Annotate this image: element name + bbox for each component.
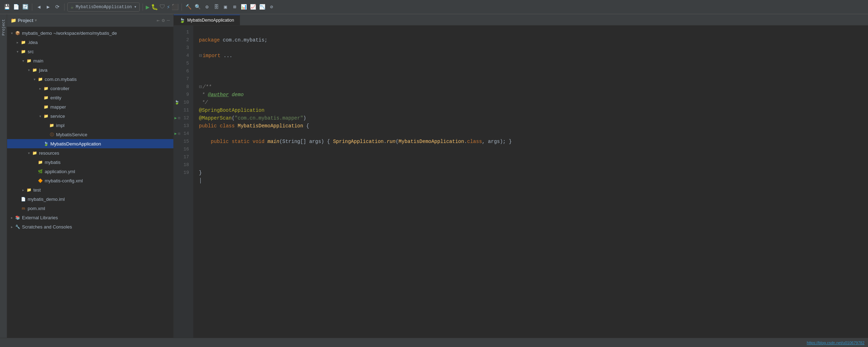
office-icon[interactable]: 📊: [240, 3, 248, 11]
tree-label-controller: controller: [50, 86, 69, 91]
fold-icon-import[interactable]: ⊟: [199, 53, 202, 59]
tree-label-java: java: [39, 67, 48, 73]
search-icon[interactable]: 🔍: [194, 3, 202, 11]
ln-2: 2: [174, 36, 193, 44]
tree-item-iml[interactable]: 📄 mybatis_demo.iml: [7, 194, 173, 204]
tree-item-pom[interactable]: m pom.xml: [7, 204, 173, 213]
sync-icon[interactable]: 🔄: [21, 3, 29, 11]
tree-label-idea: .idea: [28, 40, 38, 45]
tab-icon: 🍃: [179, 18, 185, 23]
folder-icon-resources: 📁: [32, 150, 38, 156]
header-actions: ⇤ ⚙ —: [157, 17, 170, 23]
tree-label-service: service: [50, 114, 65, 119]
folder-icon-entity: 📁: [43, 95, 49, 100]
line-8: * @author demo: [199, 92, 244, 98]
profile-button[interactable]: ⚡: [167, 4, 170, 11]
folder-icon-test: 📁: [26, 187, 32, 193]
folder-icon-package: 📁: [38, 76, 43, 82]
tree-item-main[interactable]: 📁 main: [7, 56, 173, 65]
folder-icon-mybatis: 📁: [38, 159, 43, 165]
excel-icon[interactable]: 📉: [258, 3, 266, 11]
arrow-src: [15, 49, 20, 54]
build-icon[interactable]: 🔨: [185, 3, 193, 11]
forward-icon[interactable]: ▶: [44, 3, 52, 11]
code-container[interactable]: 1 2 3 4 5 6 7 8 9 🍃 10 11 ▶ ⊟ 12: [174, 26, 868, 338]
tree-label-mybatis-folder: mybatis: [45, 160, 61, 165]
tree-item-resources[interactable]: 📁 resources: [7, 148, 173, 158]
stop-button[interactable]: ⬛: [172, 4, 179, 11]
module-icon: 📦: [15, 30, 21, 36]
code-text[interactable]: package com.cn.mybatis; ⊟import ... ⊟/**…: [193, 26, 868, 338]
run-gutter-12[interactable]: ▶: [174, 114, 177, 122]
tree-item-scratches[interactable]: 🔧 Scratches and Consoles: [7, 222, 173, 231]
ln-15: 15: [174, 138, 193, 145]
tree-item-app-yml[interactable]: 🌿 application.yml: [7, 167, 173, 176]
save-all-icon[interactable]: 📄: [12, 3, 20, 11]
ln-11: 11: [174, 106, 193, 114]
interface-icon: Ⓘ: [49, 132, 55, 137]
project-vertical-tab[interactable]: Project: [1, 18, 6, 37]
coverage-button[interactable]: 🛡: [160, 4, 165, 10]
tree-item-impl[interactable]: 📁 impl: [7, 121, 173, 130]
database-icon[interactable]: 🗄: [212, 3, 220, 11]
back-icon[interactable]: ◀: [35, 3, 43, 11]
run-config-selector[interactable]: ☕ MybatisDemoApplication ▾: [67, 2, 140, 12]
structure-icon[interactable]: ⊞: [231, 3, 239, 11]
tree-item-app[interactable]: 🍃 MybatisDemoApplication: [7, 139, 173, 148]
disable-icon[interactable]: ⊘: [268, 3, 276, 11]
tree-item-java[interactable]: 📁 java: [7, 65, 173, 75]
arrow-resources: [26, 150, 31, 155]
line-10: @SpringBootApplication: [199, 108, 265, 113]
editor-area: 🍃 MybatisDemoApplication 1 2 3 4 5 6 7 8…: [174, 14, 868, 338]
dropdown-icon[interactable]: ▾: [35, 18, 37, 23]
settings-icon[interactable]: ⚙: [203, 3, 211, 11]
run-button[interactable]: ▶: [146, 3, 150, 11]
tree-item-service[interactable]: 📁 service: [7, 111, 173, 121]
tree-item-src[interactable]: 📁 src: [7, 47, 173, 56]
fold-icon-javadoc[interactable]: ⊟: [199, 84, 202, 90]
ln-4: 4: [174, 52, 193, 60]
settings-icon[interactable]: ⚙: [162, 17, 165, 23]
tree-item-mapper[interactable]: 📁 mapper: [7, 102, 173, 111]
minimize-icon[interactable]: —: [167, 17, 170, 23]
powerpoint-icon[interactable]: 📈: [249, 3, 257, 11]
tree-item-mybatis-demo[interactable]: 📦 mybatis_demo ~/workspace/demo/mybatis_…: [7, 28, 173, 38]
tree-item-mybatis-folder[interactable]: 📁 mybatis: [7, 158, 173, 167]
tree-item-external[interactable]: 📚 External Libraries: [7, 213, 173, 222]
ln-10: 🍃 10: [174, 99, 193, 106]
tree-label-pom: pom.xml: [28, 206, 45, 211]
collapse-all-icon[interactable]: ⇤: [157, 17, 160, 23]
arrow-controller: [38, 86, 43, 91]
tree-item-controller[interactable]: 📁 controller: [7, 84, 173, 93]
tree-label-package: com.cn.mybatis: [45, 77, 77, 82]
ln-12: ▶ ⊟ 12: [174, 114, 193, 122]
tree-label-main: main: [33, 58, 43, 64]
tree-item-mybatis-config[interactable]: 🔶 mybatis-config.xml: [7, 176, 173, 185]
line-1: package com.cn.mybatis;: [199, 37, 267, 43]
terminal-icon[interactable]: ▣: [222, 3, 229, 11]
recent-icon[interactable]: ⟳: [54, 3, 61, 11]
fold-gutter-12[interactable]: ⊟: [178, 114, 180, 122]
tree-item-test[interactable]: 📁 test: [7, 185, 173, 194]
main-toolbar: 💾 📄 🔄 ◀ ▶ ⟳ ☕ MybatisDemoApplication ▾ ▶…: [0, 0, 868, 14]
debug-button[interactable]: 🐛: [151, 4, 158, 11]
folder-icon-idea: 📁: [21, 39, 26, 45]
fold-gutter-14[interactable]: ⊟: [178, 130, 180, 138]
arrow-test: [21, 187, 26, 192]
tree-label-mapper: mapper: [50, 104, 66, 110]
tree-label-app-yml: application.yml: [45, 169, 75, 174]
run-gutter-14[interactable]: ▶: [174, 130, 177, 138]
folder-icon-controller: 📁: [43, 86, 49, 91]
tree-item-package[interactable]: 📁 com.cn.mybatis: [7, 75, 173, 84]
save-icon[interactable]: 💾: [3, 3, 11, 11]
tree-item-mybatis-service[interactable]: Ⓘ MybatisService: [7, 130, 173, 139]
tree-item-idea[interactable]: 📁 .idea: [7, 38, 173, 47]
tree-item-entity[interactable]: 📁 entity: [7, 93, 173, 102]
editor-tab-active[interactable]: 🍃 MybatisDemoApplication: [174, 15, 240, 25]
line-11: @MapperScan("com.cn.mybatis.mapper"): [199, 115, 306, 121]
status-url-link[interactable]: https://blog.csdn.net/u010679782: [807, 341, 864, 345]
ln-3: 3: [174, 44, 193, 52]
line-18: }: [199, 170, 202, 176]
folder-icon-java: 📁: [32, 67, 38, 73]
ln-7: 7: [174, 75, 193, 83]
